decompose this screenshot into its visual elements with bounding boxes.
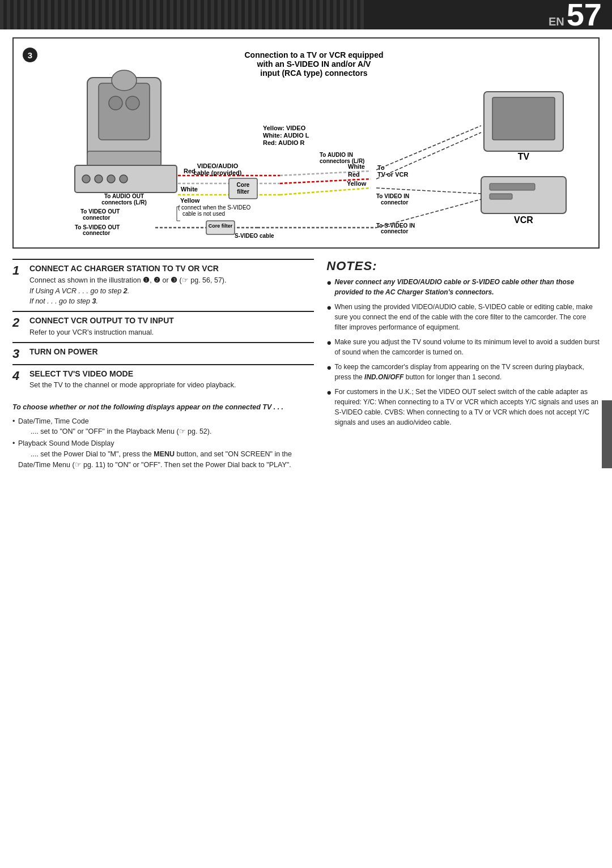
svg-text:cable is not used: cable is not used	[182, 211, 225, 217]
step-3-body: TURN ON POWER	[29, 347, 314, 358]
svg-point-10	[82, 175, 90, 183]
note-5-text: For customers in the U.K.; Set the VIDEO…	[334, 387, 600, 427]
choose-item-2: Playback Sound Mode Display .... set the…	[12, 438, 314, 470]
svg-text:Yellow: Yellow	[347, 180, 367, 187]
svg-text:TV: TV	[518, 152, 530, 161]
svg-text:connector: connector	[381, 199, 408, 206]
page-header: EN 57	[0, 0, 612, 29]
svg-text:input (RCA type) connectors: input (RCA type) connectors	[260, 69, 367, 78]
step-1-text: Connect as shown in the illustration ❶, …	[29, 275, 314, 286]
svg-text:Yellow: Yellow	[180, 197, 200, 204]
choose-item-1-label: Date/Time, Time Code	[18, 417, 89, 425]
choose-section: To choose whether or not the following d…	[12, 403, 314, 470]
step-1-title: CONNECT AC CHARGER STATION TO TV OR VCR	[29, 264, 314, 273]
step-4-title: SELECT TV'S VIDEO MODE	[29, 369, 314, 379]
svg-text:connectors (L/R): connectors (L/R)	[320, 158, 364, 164]
note-5-bullet: ●	[326, 386, 332, 427]
svg-text:with an S-VIDEO IN and/or A/V: with an S-VIDEO IN and/or A/V	[257, 59, 372, 69]
col-left: 1 CONNECT AC CHARGER STATION TO TV OR VC…	[12, 259, 314, 471]
svg-text:connectors (L/R): connectors (L/R)	[101, 199, 146, 206]
diagram-step-circle: 3	[23, 48, 37, 62]
header-stripe	[0, 0, 367, 29]
main-content: 3 Connection to a TV or VCR equipped wit…	[0, 29, 612, 479]
svg-text:filter: filter	[237, 189, 249, 195]
two-col-layout: 1 CONNECT AC CHARGER STATION TO TV OR VC…	[12, 259, 600, 471]
choose-item-2-label: Playback Sound Mode Display	[18, 439, 114, 447]
svg-text:Yellow: VIDEO: Yellow: VIDEO	[263, 125, 306, 131]
svg-text:connector: connector	[83, 215, 110, 221]
svg-line-31	[280, 188, 371, 195]
choose-item-2-sub: .... set the Power Dial to "M", press th…	[18, 450, 292, 469]
svg-point-12	[107, 175, 115, 183]
note-5: ● For customers in the U.K.; Set the VID…	[326, 387, 600, 427]
page-number: 57	[567, 0, 602, 31]
choose-list: Date/Time, Time Code .... set to "ON" or…	[12, 416, 314, 471]
choose-heading: To choose whether or not the following d…	[12, 403, 314, 413]
note-2-text: When using the provided VIDEO/AUDIO cabl…	[334, 302, 600, 332]
svg-text:White: AUDIO L: White: AUDIO L	[263, 132, 309, 139]
right-edge-tab	[602, 400, 612, 468]
page-number-box: EN 57	[549, 0, 602, 31]
note-2-bullet: ●	[326, 301, 332, 332]
svg-point-5	[112, 70, 137, 91]
step-1-italic: If Using A VCR . . . go to step 2. If no…	[29, 286, 314, 307]
step-4-number: 4	[12, 370, 25, 382]
diagram-box: 3 Connection to a TV or VCR equipped wit…	[12, 37, 600, 249]
step-3-title: TURN ON POWER	[29, 347, 314, 357]
note-3-bullet: ●	[326, 336, 332, 357]
svg-rect-4	[99, 83, 150, 140]
step-3-number: 3	[12, 348, 25, 360]
step-2: 2 CONNECT VCR OUTPUT TO TV INPUT Refer t…	[12, 311, 314, 342]
note-3: ● Make sure you adjust the TV sound volu…	[326, 337, 600, 357]
svg-rect-60	[492, 97, 555, 140]
en-label: EN	[549, 15, 564, 28]
step-1-body: CONNECT AC CHARGER STATION TO TV OR VCR …	[29, 264, 314, 307]
svg-text:VCR: VCR	[514, 215, 533, 225]
svg-text:To VIDEO IN: To VIDEO IN	[376, 193, 409, 199]
svg-text:( connect when the S-VIDEO: ( connect when the S-VIDEO	[178, 204, 251, 211]
svg-point-7	[109, 96, 122, 110]
note-4-bullet: ●	[326, 361, 332, 382]
note-1-text: Never connect any VIDEO/AUDIO cable or S…	[334, 277, 600, 297]
step-4: 4 SELECT TV'S VIDEO MODE Set the TV to t…	[12, 364, 314, 395]
notes-header: NOTES:	[326, 259, 600, 273]
svg-text:To AUDIO IN: To AUDIO IN	[320, 152, 353, 158]
choose-item-1: Date/Time, Time Code .... set to "ON" or…	[12, 416, 314, 438]
step-4-text: Set the TV to the channel or mode approp…	[29, 380, 314, 391]
step-3: 3 TURN ON POWER	[12, 342, 314, 364]
col-right: NOTES: ● Never connect any VIDEO/AUDIO c…	[326, 259, 600, 471]
diagram-svg-area: Connection to a TV or VCR equipped with …	[42, 46, 589, 241]
note-3-text: Make sure you adjust the TV sound volume…	[334, 337, 600, 357]
svg-rect-63	[490, 183, 535, 190]
svg-text:Connection to a TV or VCR equi: Connection to a TV or VCR equipped	[245, 50, 384, 59]
note-2: ● When using the provided VIDEO/AUDIO ca…	[326, 302, 600, 332]
svg-text:connector: connector	[83, 230, 110, 236]
svg-point-13	[120, 175, 128, 183]
svg-text:Red: Red	[348, 171, 360, 178]
svg-text:Core filter: Core filter	[209, 223, 233, 229]
svg-rect-6	[87, 151, 161, 167]
step-2-title: CONNECT VCR OUTPUT TO TV INPUT	[29, 316, 314, 326]
svg-line-66	[376, 126, 481, 170]
svg-line-67	[376, 132, 481, 179]
step-1: 1 CONNECT AC CHARGER STATION TO TV OR VC…	[12, 259, 314, 311]
svg-text:To VIDEO OUT: To VIDEO OUT	[80, 208, 120, 215]
svg-text:White: White	[181, 186, 198, 193]
svg-text:(provided): (provided)	[240, 238, 268, 239]
step-4-body: SELECT TV'S VIDEO MODE Set the TV to the…	[29, 369, 314, 391]
svg-text:To AUDIO OUT: To AUDIO OUT	[104, 193, 144, 199]
svg-point-8	[126, 96, 139, 110]
step-1-number: 1	[12, 264, 25, 277]
svg-text:Red: AUDIO R: Red: AUDIO R	[263, 139, 305, 146]
step-2-body: CONNECT VCR OUTPUT TO TV INPUT Refer to …	[29, 316, 314, 338]
note-4-text: To keep the camcorder's display from app…	[334, 362, 600, 382]
note-4: ● To keep the camcorder's display from a…	[326, 362, 600, 382]
diagram-inner: 3 Connection to a TV or VCR equipped wit…	[23, 46, 589, 241]
step-2-text: Refer to your VCR's instruction manual.	[29, 327, 314, 338]
choose-item-1-sub: .... set to "ON" or "OFF" in the Playbac…	[18, 427, 211, 435]
note-1-bullet: ●	[326, 276, 332, 297]
step-2-number: 2	[12, 317, 25, 329]
svg-point-11	[95, 175, 103, 183]
svg-rect-64	[490, 194, 512, 199]
svg-text:Core: Core	[237, 182, 250, 188]
